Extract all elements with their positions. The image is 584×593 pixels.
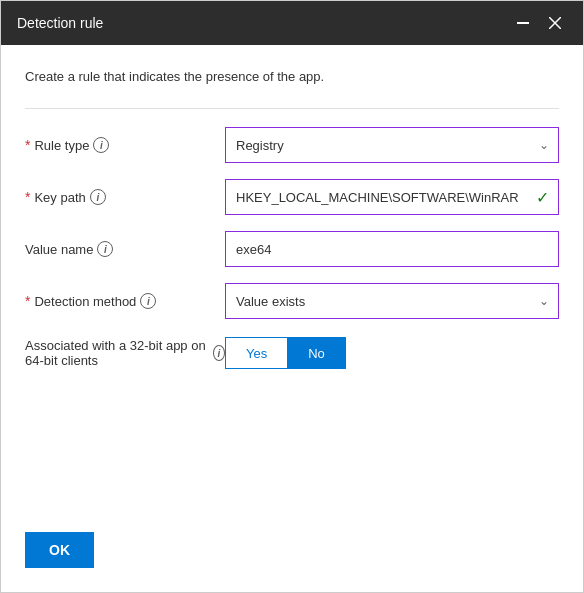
rule-type-select[interactable]: Registry File system MSI product code Sc…	[225, 127, 559, 163]
value-name-info-icon[interactable]: i	[97, 241, 113, 257]
no-button[interactable]: No	[287, 337, 346, 369]
rule-type-label-text: Rule type	[34, 138, 89, 153]
detection-method-label: * Detection method i	[25, 293, 225, 309]
key-path-input-wrapper: ✓	[225, 179, 559, 215]
key-path-info-icon[interactable]: i	[90, 189, 106, 205]
detection-method-select[interactable]: Value exists Key exists String compariso…	[225, 283, 559, 319]
required-star-detection-method: *	[25, 293, 30, 309]
required-star-rule-type: *	[25, 137, 30, 153]
body-spacer	[25, 387, 559, 500]
rule-type-select-wrapper: Registry File system MSI product code Sc…	[225, 127, 559, 163]
minimize-button[interactable]	[511, 11, 535, 35]
detection-rule-dialog: Detection rule Create a rule that indica…	[0, 0, 584, 593]
key-path-row: * Key path i ✓	[25, 179, 559, 215]
detection-method-control: Value exists Key exists String compariso…	[225, 283, 559, 319]
key-path-label-text: Key path	[34, 190, 85, 205]
key-path-control: ✓	[225, 179, 559, 215]
yes-button[interactable]: Yes	[225, 337, 287, 369]
value-name-input[interactable]	[225, 231, 559, 267]
titlebar-controls	[511, 11, 567, 35]
associated-32bit-control: Yes No	[225, 337, 559, 369]
value-name-row: Value name i	[25, 231, 559, 267]
required-star-key-path: *	[25, 189, 30, 205]
associated-32bit-info-icon[interactable]: i	[213, 345, 225, 361]
divider	[25, 108, 559, 109]
rule-type-label: * Rule type i	[25, 137, 225, 153]
rule-type-info-icon[interactable]: i	[93, 137, 109, 153]
key-path-input[interactable]	[225, 179, 559, 215]
checkmark-icon: ✓	[536, 188, 549, 207]
detection-method-row: * Detection method i Value exists Key ex…	[25, 283, 559, 319]
value-name-label: Value name i	[25, 241, 225, 257]
svg-rect-0	[517, 22, 529, 24]
dialog-body: Create a rule that indicates the presenc…	[1, 45, 583, 516]
value-name-control	[225, 231, 559, 267]
close-button[interactable]	[543, 11, 567, 35]
titlebar: Detection rule	[1, 1, 583, 45]
associated-32bit-label: Associated with a 32-bit app on 64-bit c…	[25, 338, 225, 368]
rule-type-control: Registry File system MSI product code Sc…	[225, 127, 559, 163]
value-name-label-text: Value name	[25, 242, 93, 257]
associated-32bit-row: Associated with a 32-bit app on 64-bit c…	[25, 335, 559, 371]
detection-method-info-icon[interactable]: i	[140, 293, 156, 309]
dialog-footer: OK	[1, 516, 583, 592]
description-text: Create a rule that indicates the presenc…	[25, 69, 559, 84]
ok-button[interactable]: OK	[25, 532, 94, 568]
dialog-title: Detection rule	[17, 15, 103, 31]
associated-32bit-label-text: Associated with a 32-bit app on 64-bit c…	[25, 338, 209, 368]
rule-type-row: * Rule type i Registry File system MSI p…	[25, 127, 559, 163]
value-name-input-wrapper	[225, 231, 559, 267]
detection-method-select-wrapper: Value exists Key exists String compariso…	[225, 283, 559, 319]
toggle-group: Yes No	[225, 337, 559, 369]
detection-method-label-text: Detection method	[34, 294, 136, 309]
key-path-label: * Key path i	[25, 189, 225, 205]
